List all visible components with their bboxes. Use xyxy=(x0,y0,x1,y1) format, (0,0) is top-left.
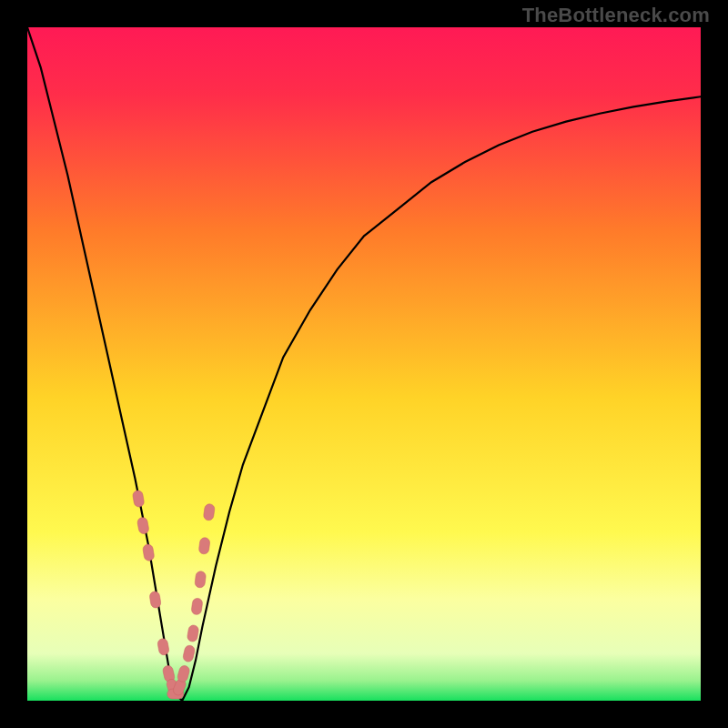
data-marker xyxy=(191,598,203,615)
data-marker xyxy=(195,571,207,588)
data-marker xyxy=(187,624,199,642)
data-marker xyxy=(136,517,149,535)
data-marker xyxy=(198,537,210,554)
data-marker xyxy=(132,490,145,508)
plot-area xyxy=(27,27,701,701)
attribution-text: TheBottleneck.com xyxy=(522,4,710,27)
data-marker xyxy=(157,638,169,656)
data-marker xyxy=(149,591,162,608)
data-marker xyxy=(142,543,155,561)
bottleneck-curve-path xyxy=(27,27,701,701)
data-marker xyxy=(182,644,196,662)
chart-frame: TheBottleneck.com xyxy=(0,0,728,728)
data-marker xyxy=(203,503,215,521)
bottleneck-curve xyxy=(27,27,701,701)
